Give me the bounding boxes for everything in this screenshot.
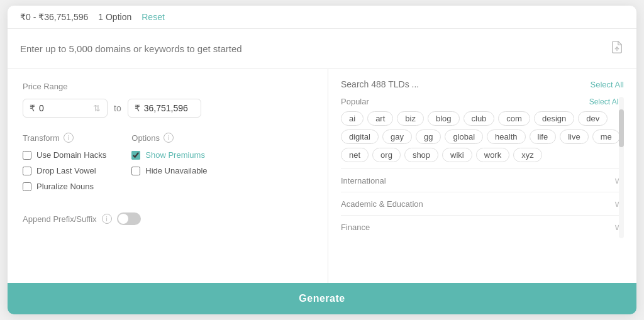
tld-tag[interactable]: digital — [341, 130, 379, 144]
show-premiums-checkbox[interactable] — [131, 151, 140, 160]
rupee-to: ₹ — [135, 103, 140, 113]
toggle-slider — [117, 212, 141, 225]
append-label: Append Prefix/Suffix — [23, 214, 97, 224]
popular-header: Popular Select All — [341, 97, 620, 106]
finance-header[interactable]: Finance ∨ — [341, 222, 620, 232]
hide-unavailable-item: Hide Unavailable — [131, 166, 207, 175]
popular-select-all[interactable]: Select All — [589, 97, 620, 106]
top-bar: ₹0 - ₹36,751,596 1 Option Reset — [8, 6, 636, 29]
scrollbar-track — [619, 97, 624, 238]
use-domain-hacks-checkbox[interactable] — [23, 151, 31, 160]
tld-tag[interactable]: design — [534, 111, 574, 126]
pluralize-nouns-label: Pluralize Nouns — [36, 182, 94, 191]
hide-unavailable-checkbox[interactable] — [131, 167, 140, 175]
popular-label: Popular — [341, 97, 369, 106]
tld-select-all[interactable]: Select All — [591, 80, 624, 89]
tld-tag[interactable]: life — [530, 130, 557, 144]
popular-tags: aiartbizblogclubcomdesigndevdigitalgaygg… — [341, 111, 620, 162]
price-range-summary: ₹0 - ₹36,751,596 — [20, 12, 88, 22]
popular-section: Popular Select All aiartbizblogclubcomde… — [341, 97, 620, 162]
right-panel: Select All Popular Select All aiartbizbl… — [328, 69, 636, 283]
transform-label: Transform — [23, 133, 60, 143]
options-info-icon[interactable]: i — [164, 133, 174, 143]
options-header: Options i — [131, 133, 207, 143]
use-domain-hacks-label: Use Domain Hacks — [36, 150, 106, 160]
price-range-label: Price Range — [23, 82, 313, 91]
tld-search-input[interactable] — [341, 79, 441, 89]
reset-button[interactable]: Reset — [142, 12, 165, 22]
show-premiums-label: Show Premiums — [145, 150, 205, 160]
tld-search-row: Select All — [341, 79, 624, 89]
main-content: Price Range ₹ ⇅ to ₹ Transform — [8, 69, 636, 283]
rupee-from: ₹ — [30, 103, 35, 113]
tld-tag[interactable]: com — [498, 111, 530, 126]
tld-tag[interactable]: biz — [397, 111, 424, 126]
sort-icon[interactable]: ⇅ — [93, 103, 101, 113]
options-col: Options i Show Premiums Hide Unavailable — [131, 133, 207, 197]
tld-tag[interactable]: global — [445, 130, 483, 144]
international-header[interactable]: International ∨ — [341, 175, 620, 185]
tld-tag[interactable]: live — [560, 130, 589, 144]
finance-section: Finance ∨ — [341, 215, 620, 238]
tld-tag[interactable]: gay — [382, 130, 412, 144]
generate-button[interactable]: Generate — [8, 283, 636, 314]
international-title: International — [341, 176, 386, 185]
tld-area: Popular Select All aiartbizblogclubcomde… — [341, 97, 624, 238]
search-bar — [8, 29, 636, 69]
tld-tag[interactable]: work — [476, 148, 509, 162]
left-panel: Price Range ₹ ⇅ to ₹ Transform — [8, 69, 328, 283]
tld-tag[interactable]: dev — [578, 111, 608, 126]
show-premiums-item: Show Premiums — [131, 150, 207, 160]
price-to-wrap: ₹ — [128, 99, 201, 118]
drop-last-vowel-label: Drop Last Vowel — [36, 166, 96, 175]
tld-tag[interactable]: me — [592, 130, 620, 144]
upload-icon[interactable] — [610, 40, 624, 57]
price-from-input[interactable] — [39, 103, 89, 113]
use-domain-hacks-item: Use Domain Hacks — [23, 150, 106, 160]
transforms-options: Transform i Use Domain Hacks Drop Last V… — [23, 133, 313, 197]
drop-last-vowel-checkbox[interactable] — [23, 167, 31, 175]
main-container: ₹0 - ₹36,751,596 1 Option Reset Price Ra… — [8, 6, 636, 314]
tld-tag[interactable]: club — [464, 111, 495, 126]
transform-header: Transform i — [23, 133, 106, 143]
international-section: International ∨ — [341, 168, 620, 192]
tld-tag[interactable]: org — [372, 148, 401, 162]
drop-last-vowel-item: Drop Last Vowel — [23, 166, 106, 175]
tld-tag[interactable]: health — [487, 130, 525, 144]
tld-tag[interactable]: xyz — [513, 148, 542, 162]
append-row: Append Prefix/Suffix i — [23, 212, 313, 225]
tld-tag[interactable]: blog — [428, 111, 460, 126]
search-input[interactable] — [20, 43, 610, 54]
tld-tag[interactable]: shop — [404, 148, 438, 162]
tld-tag[interactable]: ai — [341, 111, 364, 126]
tld-tag[interactable]: net — [341, 148, 369, 162]
transform-info-icon[interactable]: i — [64, 133, 74, 143]
tld-scroll[interactable]: Popular Select All aiartbizblogclubcomde… — [341, 97, 624, 238]
tld-tag[interactable]: gg — [416, 130, 441, 144]
academic-header[interactable]: Academic & Education ∨ — [341, 199, 620, 209]
tld-tag[interactable]: wiki — [442, 148, 472, 162]
price-from-wrap: ₹ ⇅ — [23, 99, 108, 118]
options-label: Options — [131, 133, 160, 143]
tld-tag[interactable]: art — [367, 111, 393, 126]
transform-col: Transform i Use Domain Hacks Drop Last V… — [23, 133, 106, 197]
option-count: 1 Option — [98, 12, 131, 22]
price-to-input[interactable] — [144, 103, 194, 113]
price-inputs: ₹ ⇅ to ₹ — [23, 99, 313, 118]
to-label: to — [114, 103, 121, 113]
academic-title: Academic & Education — [341, 199, 423, 209]
scrollbar-thumb — [619, 109, 624, 147]
hide-unavailable-label: Hide Unavailable — [145, 166, 207, 175]
append-toggle[interactable] — [117, 212, 141, 225]
pluralize-nouns-item: Pluralize Nouns — [23, 182, 106, 191]
append-info-icon[interactable]: i — [102, 214, 112, 224]
pluralize-nouns-checkbox[interactable] — [23, 182, 31, 191]
academic-section: Academic & Education ∨ — [341, 192, 620, 215]
finance-title: Finance — [341, 223, 370, 232]
